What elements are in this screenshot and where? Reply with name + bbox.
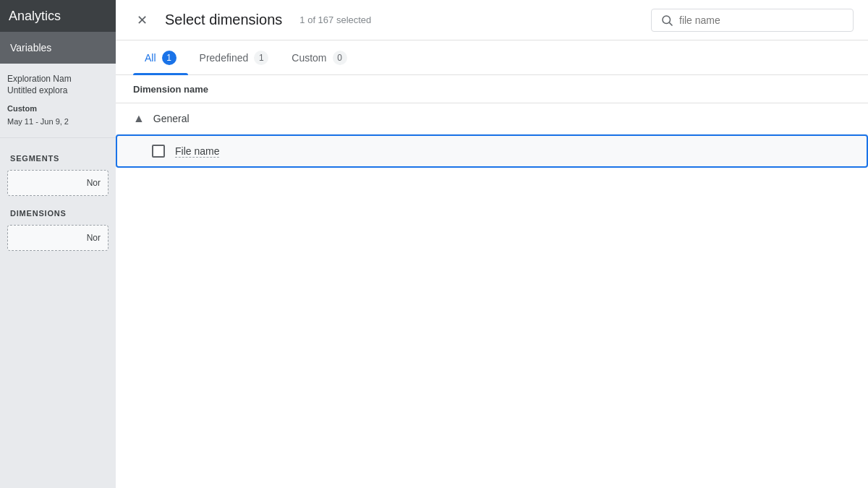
select-dimensions-modal: ✕ Select dimensions 1 of 167 selected Al…	[116, 0, 868, 488]
modal-header: ✕ Select dimensions 1 of 167 selected	[116, 0, 868, 40]
tabs-bar: All 1 Predefined 1 Custom 0	[116, 40, 868, 75]
segments-label: SEGMENTS	[0, 145, 116, 167]
tab-all-badge: 1	[162, 51, 176, 65]
dimension-name-filename: File name	[175, 145, 219, 158]
sidebar-divider	[0, 137, 116, 138]
tab-custom-badge: 0	[333, 51, 347, 65]
table-header: Dimension name	[116, 75, 868, 103]
search-icon	[660, 14, 673, 27]
svg-line-1	[669, 22, 672, 25]
search-box[interactable]	[651, 9, 854, 32]
group-name: General	[153, 113, 190, 124]
dimension-checkbox-filename[interactable]	[152, 145, 165, 158]
app-title: Analytics	[0, 0, 116, 32]
dimension-row-filename[interactable]: File name	[116, 134, 868, 168]
tab-custom[interactable]: Custom 0	[280, 40, 358, 75]
tab-predefined-badge: 1	[254, 51, 268, 65]
modal-subtitle: 1 of 167 selected	[299, 14, 371, 25]
dimension-box-sidebar[interactable]: Nor	[7, 225, 109, 251]
search-input[interactable]	[679, 14, 844, 26]
sidebar-variables: Variables	[0, 32, 116, 64]
tab-all[interactable]: All 1	[133, 40, 188, 75]
date-range: May 11 - Jun 9, 2	[7, 117, 69, 126]
custom-badge: Custom	[7, 104, 37, 113]
svg-point-0	[663, 16, 671, 24]
exploration-section: Exploration Nam Untitled explora Custom …	[0, 64, 116, 130]
modal-title: Select dimensions	[165, 12, 282, 28]
group-section: ▲ General File name	[116, 103, 868, 168]
exploration-value: Untitled explora	[7, 85, 109, 95]
group-header-general[interactable]: ▲ General	[116, 103, 868, 134]
exploration-name-label: Exploration Nam	[7, 74, 109, 84]
sidebar: Analytics Variables Exploration Nam Unti…	[0, 0, 116, 488]
segment-box[interactable]: Nor	[7, 170, 109, 196]
tab-predefined[interactable]: Predefined 1	[188, 40, 281, 75]
chevron-up-icon: ▲	[133, 112, 145, 125]
close-button[interactable]: ✕	[130, 9, 153, 32]
dimensions-label: DIMENSIONS	[0, 199, 116, 222]
